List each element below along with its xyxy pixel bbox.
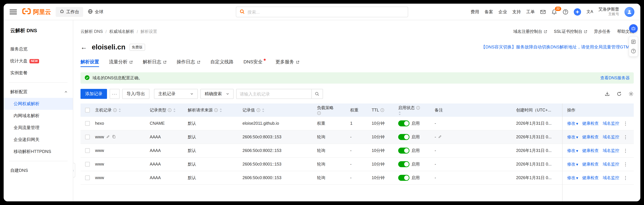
avatar[interactable]	[624, 7, 634, 17]
health-check-button[interactable]: 健康检查	[582, 161, 599, 167]
notifications-bell-icon[interactable]: 22	[552, 9, 557, 15]
add-record-button[interactable]: 添加记录	[80, 89, 107, 99]
refresh-icon[interactable]	[616, 91, 622, 97]
workbench-button[interactable]: 工作台	[56, 7, 83, 17]
row-checkbox[interactable]	[85, 121, 90, 126]
domain-monitor-button[interactable]: 域名监控	[603, 148, 619, 153]
health-check-button[interactable]: 健康检查	[582, 175, 599, 181]
view-dns-servers-link[interactable]: 查看DNS服务器	[600, 75, 630, 81]
help-icon[interactable]	[563, 9, 569, 15]
aliyun-logo[interactable]: 阿里云	[22, 8, 51, 16]
sidebar-item-dashboard[interactable]: 统计大盘NEW	[4, 55, 73, 67]
nav-enterprise[interactable]: 企业	[498, 9, 507, 15]
row-checkbox[interactable]	[85, 135, 90, 139]
chevron-up-icon	[64, 89, 68, 94]
nav-billing[interactable]: 费用	[470, 9, 479, 15]
edit-remark-icon[interactable]	[438, 134, 442, 139]
row-more-icon[interactable]: ⋮	[623, 121, 628, 126]
region-selector[interactable]: 全球	[88, 9, 103, 15]
health-check-button[interactable]: 健康检查	[582, 121, 599, 126]
health-check-button[interactable]: 健康检查	[582, 148, 599, 153]
breadcrumb-item[interactable]: 权威域名解析	[109, 29, 134, 35]
divider	[9, 82, 68, 83]
row-more-icon[interactable]: ⋮	[623, 148, 628, 153]
row-checkbox[interactable]	[85, 162, 90, 166]
link-ssl-console[interactable]: SSL证书控制台	[554, 29, 587, 35]
tab-operation-logs[interactable]: 操作日志	[176, 57, 200, 67]
modify-button[interactable]: 修改▾	[567, 175, 578, 181]
row-more-icon[interactable]: ⋮	[623, 134, 628, 140]
tab-traffic-analysis[interactable]: 流量分析	[109, 57, 133, 67]
sidebar-item-httpdns[interactable]: 移动解析HTTPDNS	[4, 146, 73, 157]
global-search-input[interactable]	[248, 10, 404, 15]
tab-dns-security[interactable]: DNS安全	[244, 57, 266, 67]
sidebar-item-overview[interactable]: 服务总览	[4, 43, 73, 55]
modify-button[interactable]: 修改▾	[567, 134, 578, 140]
col-policy: 负载策略	[317, 105, 350, 115]
search-button[interactable]	[311, 89, 322, 99]
host-filter-select[interactable]: 主机记录	[154, 89, 198, 99]
sidebar-item-instances[interactable]: 实例套餐	[4, 67, 73, 79]
tab-dns-settings[interactable]: 解析设置	[80, 57, 99, 67]
robot-assistant-icon[interactable]	[629, 24, 638, 33]
sidebar-section-dns-config[interactable]: 解析配置	[4, 86, 73, 98]
sidebar-item-private-dns[interactable]: 内网域名解析	[4, 110, 73, 122]
domain-monitor-button[interactable]: 域名监控	[603, 161, 619, 167]
tab-dns-logs[interactable]: 解析日志	[143, 57, 167, 67]
screenshot-stage: 阿里云 工作台 全球 费用 备案 企业 支持 工单 22 文A	[0, 0, 644, 205]
sidebar-item-public-dns[interactable]: 公网权威解析	[4, 98, 73, 110]
feedback-icon[interactable]	[631, 39, 636, 45]
link-async-tasks[interactable]: 异步任务	[594, 29, 610, 35]
more-actions-button[interactable]: ···	[110, 89, 120, 99]
status-toggle[interactable]	[398, 134, 410, 140]
tab-more-services[interactable]: 更多服务	[276, 57, 299, 67]
menu-icon[interactable]	[10, 10, 17, 14]
status-toggle[interactable]	[398, 148, 410, 154]
status-toggle[interactable]	[398, 175, 410, 181]
message-icon[interactable]	[540, 9, 546, 15]
divider	[9, 161, 68, 161]
sidebar-item-recursive-gateway[interactable]: 企业递归网关	[4, 134, 73, 146]
modify-button[interactable]: 修改▾	[567, 121, 578, 126]
breadcrumb: 云解析 DNS / 权威域名解析 / 解析设置	[80, 29, 157, 35]
record-search-input[interactable]	[236, 89, 311, 99]
domain-monitor-button[interactable]: 域名监控	[603, 175, 619, 181]
select-all-checkbox[interactable]	[85, 108, 90, 112]
language-icon[interactable]: 文A	[586, 9, 593, 15]
modify-button[interactable]: 修改▾	[567, 161, 578, 167]
support-icon[interactable]	[631, 48, 636, 54]
edit-icon[interactable]	[106, 134, 110, 139]
row-checkbox[interactable]	[85, 148, 90, 153]
sidebar: 云解析 DNS 服务总览 统计大盘NEW 实例套餐 解析配置 公网权威解析 内网…	[4, 20, 73, 201]
row-more-icon[interactable]: ⋮	[623, 175, 628, 180]
nav-icp[interactable]: 备案	[484, 9, 493, 15]
row-checkbox[interactable]	[85, 175, 90, 180]
status-toggle[interactable]	[398, 120, 410, 126]
copy-icon[interactable]	[112, 134, 116, 139]
nav-support[interactable]: 支持	[512, 9, 521, 15]
breadcrumb-item[interactable]: 云解析 DNS	[80, 29, 103, 35]
row-more-icon[interactable]: ⋮	[623, 161, 628, 167]
tab-custom-lines[interactable]: 自定义线路	[210, 57, 234, 67]
download-icon[interactable]	[604, 91, 610, 97]
sidebar-item-gtm[interactable]: 全局流量管理	[4, 122, 73, 134]
gtm-notice-link[interactable]: 【DNS容灾切换】服务故障自动切换DNS解析地址，请使用全局流量管理GTM！	[481, 44, 634, 50]
sidebar-item-self-built-dns[interactable]: 自建DNS	[4, 164, 73, 176]
table-header-row: 主机记录 记录类型 解析请求来源 记录值 负载策略 权重 TTL 启用状态 备注…	[80, 103, 634, 117]
status-toggle[interactable]	[398, 161, 410, 167]
sidebar-collapse-handle[interactable]: «	[73, 163, 75, 177]
domain-monitor-button[interactable]: 域名监控	[603, 134, 619, 140]
modify-button[interactable]: 修改▾	[567, 148, 578, 153]
back-arrow-icon[interactable]: ←	[80, 43, 87, 51]
account-info[interactable]: 艾洛伊斯普 主账号	[598, 7, 619, 17]
health-check-button[interactable]: 健康检查	[582, 134, 599, 140]
nav-tickets[interactable]: 工单	[526, 9, 535, 15]
search-mode-select[interactable]: 精确搜索	[200, 89, 234, 99]
link-domain-console[interactable]: 域名注册控制台	[513, 29, 547, 35]
assistant-icon[interactable]	[574, 8, 581, 16]
sort-icon	[262, 108, 264, 112]
domain-monitor-button[interactable]: 域名监控	[603, 121, 619, 126]
import-export-button[interactable]: 导入/导出	[122, 89, 149, 99]
global-search-box[interactable]	[236, 7, 408, 17]
gear-icon[interactable]	[628, 91, 634, 97]
